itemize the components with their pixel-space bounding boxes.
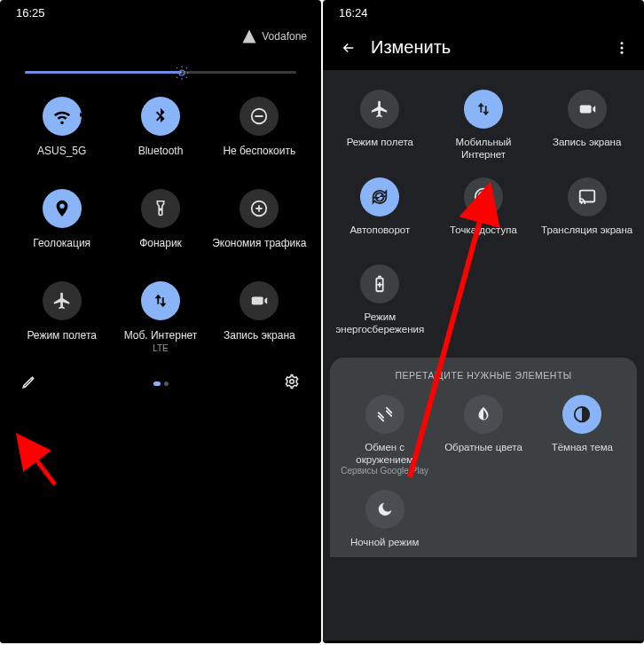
signal-icon (241, 28, 257, 44)
edit-button[interactable] (21, 374, 37, 393)
tile-screen-record[interactable]: Запись экрана (210, 276, 309, 361)
tile-label: Обратные цвета (444, 441, 522, 453)
tile-label: Моб. Интернет LTE (124, 329, 198, 356)
edit-tile-screen-record[interactable]: Запись экрана (535, 86, 639, 165)
invert-colors-icon (464, 395, 503, 434)
tile-label: Bluetooth (138, 145, 184, 171)
edit-tile-battery-saver[interactable]: Режим энергосбережения (328, 261, 432, 340)
svg-rect-9 (579, 105, 591, 113)
more-button[interactable] (609, 40, 635, 56)
tile-flashlight[interactable]: Фонарик (111, 184, 209, 269)
airplane-icon (43, 281, 82, 320)
tile-label: Точка доступа (450, 224, 517, 248)
edit-tile-mobile-data[interactable]: Мобильный Интернет (432, 86, 536, 165)
mobile-data-icon (464, 90, 503, 129)
tiles-grid: ▸ ASUS_5G Bluetooth Не беспокоить (5, 83, 316, 365)
tile-label: Фонарик (139, 237, 182, 264)
tile-airplane[interactable]: Режим полета (12, 276, 111, 361)
edit-header: Изменить (323, 25, 644, 70)
battery-saver-icon (360, 264, 399, 303)
active-tiles-grid: Режим полета Мобильный Интернет Запись э… (323, 77, 644, 352)
edit-tile-dark-theme[interactable]: Тёмная тема (533, 391, 632, 481)
status-bar: 16:24 (323, 0, 644, 25)
slider-fill (25, 71, 182, 74)
tile-label: Запись экрана (224, 329, 295, 356)
edit-body: Режим полета Мобильный Интернет Запись э… (323, 70, 644, 641)
tile-label: Мобильный Интернет (434, 136, 534, 161)
svg-point-2 (160, 208, 161, 210)
quick-settings-panel: ▸ ASUS_5G Bluetooth Не беспокоить (5, 50, 316, 407)
svg-point-8 (621, 51, 624, 53)
edit-tile-hotspot[interactable]: Точка доступа (432, 174, 536, 252)
page-indicator (153, 381, 169, 386)
flashlight-icon (141, 189, 180, 228)
tile-label: Режим энергосбережения (330, 311, 430, 336)
available-tiles-zone: ПЕРЕТАЩИТЕ НУЖНЫЕ ЭЛЕМЕНТЫ Обмен с окруж… (330, 358, 637, 558)
data-saver-icon (240, 189, 279, 228)
tile-dnd[interactable]: Не беспокоить (210, 91, 309, 177)
auto-rotate-icon (360, 177, 399, 216)
brightness-icon[interactable] (172, 63, 192, 83)
carrier-label: Vodafone (262, 30, 307, 43)
location-icon (43, 189, 82, 228)
more-vert-icon (614, 40, 630, 56)
cast-icon (568, 177, 607, 216)
tile-label: Не беспокоить (223, 145, 295, 171)
tile-label: Трансляция экрана (541, 224, 632, 248)
tile-label: Режим полета (347, 136, 413, 161)
pencil-icon (21, 374, 37, 389)
status-bar: 16:25 (0, 0, 321, 25)
tile-label: Обмен с окружениемСервисы Google Play (337, 441, 432, 477)
status-time: 16:24 (339, 6, 628, 20)
mobile-data-icon (141, 281, 180, 320)
nearby-share-icon (365, 395, 404, 434)
tile-label: Геолокация (33, 237, 90, 264)
edit-tile-invert-colors[interactable]: Обратные цвета (434, 391, 532, 481)
brightness-slider[interactable] (5, 57, 316, 83)
dnd-icon (240, 97, 279, 136)
edit-tile-airplane[interactable]: Режим полета (328, 86, 432, 165)
tile-label: Автоповорот (349, 224, 410, 248)
screen-record-icon (240, 281, 279, 320)
tile-label: Режим полета (27, 329, 97, 356)
wifi-icon: ▸ (43, 97, 82, 136)
wallpaper (0, 466, 321, 643)
night-light-icon (365, 490, 404, 529)
svg-point-6 (621, 42, 624, 44)
tile-location[interactable]: Геолокация (12, 184, 111, 269)
slider-track (25, 71, 296, 74)
tile-label: Ночной режим (350, 536, 420, 548)
svg-point-10 (482, 195, 485, 199)
hotspot-icon (464, 177, 503, 216)
edit-tile-night-light[interactable]: Ночной режим (335, 486, 434, 552)
tile-mobile-data[interactable]: Моб. Интернет LTE (111, 276, 209, 361)
page-title: Изменить (362, 37, 609, 58)
tile-label: Экономия трафика (212, 237, 306, 264)
status-time: 16:25 (16, 6, 305, 20)
phone-left: 16:25 Vodafone ▸ ASUS_5G (0, 0, 321, 643)
arrow-left-icon (341, 40, 357, 56)
edit-tile-auto-rotate[interactable]: Автоповорот (328, 174, 432, 252)
tile-bluetooth[interactable]: Bluetooth (111, 91, 209, 177)
tile-data-saver[interactable]: Экономия трафика (210, 184, 309, 269)
settings-button[interactable] (284, 374, 300, 393)
edit-tile-cast[interactable]: Трансляция экрана (535, 174, 639, 252)
back-button[interactable] (335, 40, 362, 56)
tile-label: ASUS_5G (37, 145, 86, 171)
svg-rect-4 (252, 296, 263, 304)
svg-point-5 (290, 380, 295, 384)
svg-point-7 (621, 46, 624, 49)
gear-icon (284, 374, 300, 389)
drag-hint: ПЕРЕТАЩИТЕ НУЖНЫЕ ЭЛЕМЕНТЫ (335, 370, 632, 381)
tile-label: Тёмная тема (552, 441, 613, 453)
svg-rect-11 (579, 190, 594, 201)
available-tiles-grid: Обмен с окружениемСервисы Google Play Об… (335, 391, 632, 553)
tile-wifi[interactable]: ▸ ASUS_5G (12, 91, 111, 177)
tile-label: Запись экрана (553, 136, 621, 161)
panel-footer (5, 365, 316, 395)
bluetooth-icon (141, 97, 180, 136)
dark-theme-icon (562, 395, 601, 434)
airplane-icon (360, 90, 399, 129)
edit-tile-nearby-share[interactable]: Обмен с окружениемСервисы Google Play (335, 391, 434, 481)
network-row: Vodafone (0, 25, 321, 46)
